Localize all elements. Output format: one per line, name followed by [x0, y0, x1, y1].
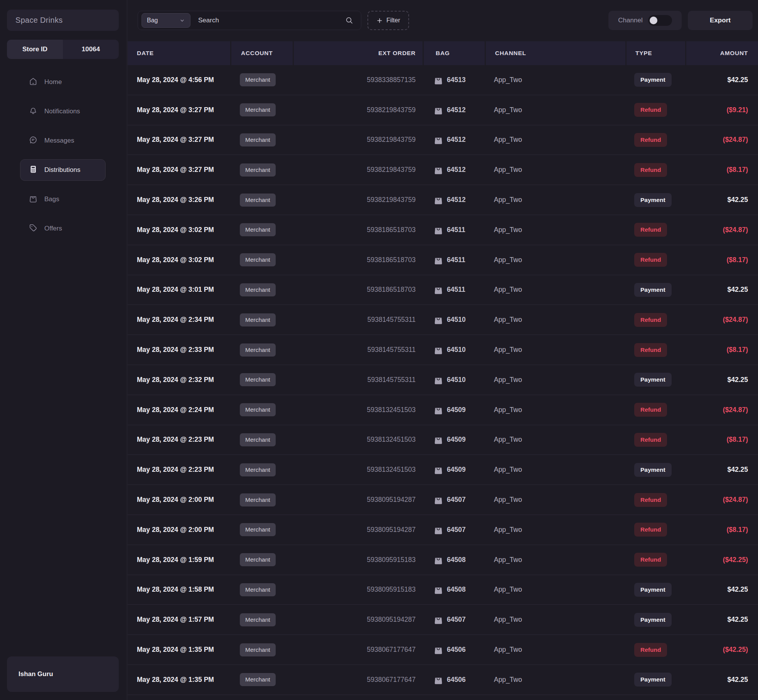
- cell-date: May 28, 2024 @ 1:35 PM: [128, 635, 230, 665]
- table-row[interactable]: May 28, 2024 @ 2:34 PM Merchant 59381457…: [128, 305, 758, 335]
- cell-bag: 64508: [423, 545, 485, 575]
- cell-channel: App_Two: [485, 485, 625, 515]
- filter-label: Filter: [386, 17, 400, 24]
- table-row[interactable]: May 28, 2024 @ 3:01 PM Merchant 59381865…: [128, 275, 758, 305]
- search-scope-select[interactable]: Bag: [141, 13, 190, 28]
- cell-account: Merchant: [230, 575, 293, 605]
- type-badge: Refund: [634, 553, 667, 567]
- bag-icon: [435, 435, 442, 444]
- table-row[interactable]: May 28, 2024 @ 2:23 PM Merchant 59381324…: [128, 425, 758, 455]
- sidebar-item-notifications[interactable]: Notifications: [20, 101, 106, 122]
- cell-bag: 64507: [423, 605, 485, 634]
- cell-date: May 28, 2024 @ 1:35 PM: [128, 665, 230, 695]
- cell-amount: $42.25: [685, 455, 758, 485]
- cell-account: Merchant: [230, 305, 293, 335]
- table-row[interactable]: May 28, 2024 @ 2:00 PM Merchant 59380951…: [128, 485, 758, 515]
- cell-channel: App_Two: [485, 245, 625, 275]
- column-header-account: ACCOUNT: [230, 41, 293, 65]
- cell-ext-order: 5938219843759: [293, 95, 423, 125]
- search-input[interactable]: [197, 16, 345, 25]
- table-row[interactable]: May 28, 2024 @ 3:02 PM Merchant 59381865…: [128, 215, 758, 245]
- cell-channel: App_Two: [485, 665, 625, 695]
- table-row[interactable]: May 28, 2024 @ 2:00 PM Merchant 59380951…: [128, 515, 758, 545]
- cell-channel: App_Two: [485, 455, 625, 485]
- calculator-icon: [29, 165, 38, 176]
- bag-icon: [435, 495, 442, 504]
- cell-ext-order: 5938186518703: [293, 245, 423, 275]
- sidebar-item-label: Offers: [44, 225, 62, 232]
- cell-ext-order: 5938095194287: [293, 605, 423, 634]
- table-row[interactable]: May 28, 2024 @ 2:33 PM Merchant 59381457…: [128, 335, 758, 365]
- type-badge: Refund: [634, 493, 667, 507]
- cell-date: May 28, 2024 @ 4:56 PM: [128, 65, 230, 95]
- sidebar-item-bags[interactable]: Bags: [20, 188, 106, 210]
- tag-icon: [29, 223, 38, 234]
- table-row[interactable]: May 28, 2024 @ 4:56 PM Merchant 59383388…: [128, 65, 758, 95]
- column-header-channel: CHANNEL: [485, 41, 625, 65]
- cell-bag: 64512: [423, 155, 485, 185]
- cell-bag: 64513: [423, 65, 485, 95]
- bag-icon: [435, 406, 442, 414]
- cell-type: Refund: [625, 245, 685, 275]
- account-badge: Merchant: [240, 313, 276, 326]
- table-row[interactable]: May 28, 2024 @ 3:27 PM Merchant 59382198…: [128, 95, 758, 125]
- channel-label: Channel: [618, 17, 642, 24]
- cell-type: Payment: [625, 575, 685, 605]
- table-row[interactable]: May 28, 2024 @ 3:27 PM Merchant 59382198…: [128, 125, 758, 155]
- cell-date: May 28, 2024 @ 2:33 PM: [128, 335, 230, 365]
- store-id-pill: Store ID 10064: [7, 40, 119, 59]
- cell-ext-order: 5938132451503: [293, 425, 423, 455]
- bag-icon: [435, 645, 442, 654]
- cell-channel: App_Two: [485, 395, 625, 425]
- account-badge: Merchant: [240, 643, 276, 656]
- sidebar-item-messages[interactable]: Messages: [20, 130, 106, 151]
- cell-bag: 64506: [423, 635, 485, 665]
- export-button[interactable]: Export: [688, 11, 753, 30]
- table-row[interactable]: May 28, 2024 @ 2:24 PM Merchant 59381324…: [128, 395, 758, 425]
- user-card[interactable]: Ishan Guru: [7, 656, 119, 692]
- table-row[interactable]: May 28, 2024 @ 1:35 PM Merchant 59380671…: [128, 665, 758, 695]
- cell-amount: ($42.25): [685, 545, 758, 575]
- sidebar-item-offers[interactable]: Offers: [20, 218, 106, 239]
- cell-bag: 64509: [423, 455, 485, 485]
- cell-ext-order: 5938132451503: [293, 455, 423, 485]
- table-row[interactable]: May 28, 2024 @ 3:02 PM Merchant 59381865…: [128, 245, 758, 275]
- cell-ext-order: 5938219843759: [293, 185, 423, 215]
- table-row[interactable]: May 28, 2024 @ 1:57 PM Merchant 59380951…: [128, 605, 758, 635]
- cell-date: May 28, 2024 @ 2:23 PM: [128, 455, 230, 485]
- bag-icon: [435, 345, 442, 354]
- account-badge: Merchant: [240, 194, 276, 207]
- cell-ext-order: 5938132451503: [293, 395, 423, 425]
- channel-toggle[interactable]: [648, 15, 672, 26]
- sidebar-item-label: Bags: [44, 195, 59, 203]
- cell-bag: 64507: [423, 515, 485, 545]
- bag-icon: [435, 555, 442, 564]
- cell-type: Payment: [625, 605, 685, 634]
- table-row[interactable]: May 28, 2024 @ 3:27 PM Merchant 59382198…: [128, 155, 758, 185]
- table-row[interactable]: May 28, 2024 @ 1:59 PM Merchant 59380959…: [128, 545, 758, 575]
- cell-channel: App_Two: [485, 125, 625, 155]
- filter-button[interactable]: Filter: [367, 11, 409, 30]
- table-row[interactable]: May 28, 2024 @ 2:32 PM Merchant 59381457…: [128, 365, 758, 395]
- sidebar-item-label: Home: [44, 78, 62, 86]
- table-row[interactable]: May 28, 2024 @ 1:35 PM Merchant 59380671…: [128, 635, 758, 665]
- sidebar-item-distributions[interactable]: Distributions: [20, 159, 106, 181]
- table-row[interactable]: May 28, 2024 @ 3:26 PM Merchant 59382198…: [128, 185, 758, 215]
- cell-ext-order: 5938186518703: [293, 215, 423, 245]
- account-badge: Merchant: [240, 253, 276, 266]
- cell-type: Payment: [625, 455, 685, 485]
- cell-type: Refund: [625, 215, 685, 245]
- cell-type: Refund: [625, 395, 685, 425]
- cell-amount: ($42.25): [685, 635, 758, 665]
- cell-channel: App_Two: [485, 155, 625, 185]
- type-badge: Payment: [634, 373, 672, 387]
- cell-account: Merchant: [230, 335, 293, 365]
- search-icon[interactable]: [345, 16, 354, 25]
- table-row[interactable]: May 28, 2024 @ 1:58 PM Merchant 59380959…: [128, 575, 758, 605]
- type-badge: Refund: [634, 163, 667, 177]
- cell-type: Refund: [625, 305, 685, 335]
- sidebar-item-home[interactable]: Home: [20, 71, 106, 93]
- cell-bag: 64510: [423, 335, 485, 365]
- cell-date: May 28, 2024 @ 2:00 PM: [128, 485, 230, 515]
- table-row[interactable]: May 28, 2024 @ 2:23 PM Merchant 59381324…: [128, 455, 758, 485]
